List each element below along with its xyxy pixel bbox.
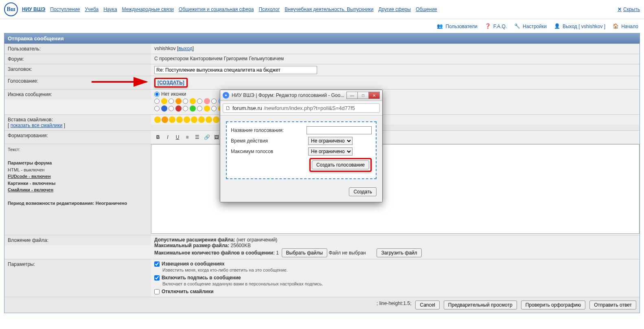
icon-radio-none[interactable] xyxy=(154,92,160,97)
user-label: Пользователь: xyxy=(4,44,151,54)
create-poll-link[interactable]: [СОЗДАТЬ] xyxy=(158,80,184,86)
smiley-icon[interactable] xyxy=(176,116,183,123)
hide-link[interactable]: ✕ Скрыть xyxy=(618,7,640,12)
nav-brand[interactable]: НИУ ВШЭ xyxy=(22,7,45,12)
upload-file-button[interactable]: Загрузить файл xyxy=(377,248,421,257)
align-button[interactable]: ≡ xyxy=(184,134,191,141)
top-navigation-bar: Вш НИУ ВШЭ Поступление Учеба Наука Между… xyxy=(0,0,644,19)
underline-button[interactable]: U xyxy=(174,134,181,141)
icon-radio[interactable] xyxy=(183,99,188,104)
icon-radio[interactable] xyxy=(197,99,202,104)
forum-label: Форум: xyxy=(4,54,151,64)
username: vshishkov xyxy=(154,46,176,51)
poll-max-select[interactable]: Не ограничено xyxy=(308,147,353,156)
create-button[interactable]: Создать xyxy=(349,187,377,196)
users-link[interactable]: 👥Пользователи xyxy=(437,23,477,30)
smiley-icon[interactable] xyxy=(162,116,168,123)
home-label: Начало xyxy=(621,24,638,29)
icon-radio[interactable] xyxy=(169,106,174,111)
notify-checkbox[interactable] xyxy=(154,261,160,267)
formatting-label: Форматирования: xyxy=(4,131,151,144)
icon-radio[interactable] xyxy=(211,106,217,111)
icon-radio[interactable] xyxy=(183,106,188,111)
nav-link[interactable]: Внеучебная деятельность. Выпускники xyxy=(285,7,373,12)
highlight-box: Создать голосование xyxy=(309,158,372,172)
attach-count-value: 1 xyxy=(276,250,279,256)
subject-label: Заголовок: xyxy=(4,64,151,76)
choose-files-button[interactable]: Выбрать файлы xyxy=(282,248,328,257)
create-poll-button[interactable]: Создать голосование xyxy=(312,160,369,169)
forum-value: С проректором Канторовичем Григорием Гел… xyxy=(151,54,640,64)
popup-titlebar: ● НИУ ВШЭ | Форум: Редактор голосований … xyxy=(220,90,382,101)
nav-link[interactable]: Международные связи xyxy=(122,7,174,12)
smiley-icon[interactable] xyxy=(154,116,161,123)
user-icon: 👤 xyxy=(554,23,561,30)
nav-link[interactable]: Общение xyxy=(416,7,437,12)
nav-link[interactable]: Учеба xyxy=(85,7,99,12)
logout-link[interactable]: 👤Выход [ vshishkov ] xyxy=(554,23,605,30)
cancel-button[interactable]: Cancel xyxy=(415,300,439,309)
hse-logo: Вш xyxy=(4,2,18,16)
nav-link[interactable]: Наука xyxy=(103,7,117,12)
icon-radio[interactable] xyxy=(154,106,160,111)
minimize-button[interactable]: — xyxy=(346,92,358,99)
icon-label: Иконка сообщения: xyxy=(4,90,151,99)
nav-link[interactable]: Психолог xyxy=(258,7,280,12)
submit-button-row: ; line-height:1.5; Cancel Предварительны… xyxy=(4,297,640,313)
users-icon: 👥 xyxy=(437,23,443,30)
signature-checkbox[interactable] xyxy=(154,275,160,281)
icon-radio[interactable] xyxy=(197,106,202,111)
logout-inline-link[interactable]: выход xyxy=(178,46,192,51)
notify-label: Извещения о сообщениях xyxy=(162,261,225,267)
smiley-icon xyxy=(190,98,196,104)
list-button[interactable]: ☰ xyxy=(193,134,201,141)
smiley-icon[interactable] xyxy=(169,116,175,123)
param-fud-link[interactable]: FUDcode - включен xyxy=(8,174,51,179)
show-all-smileys-link[interactable]: показать все смайлики xyxy=(11,123,63,128)
attach-size-value: 25600KB xyxy=(231,243,251,248)
smiley-icon xyxy=(175,98,182,104)
bold-button[interactable]: B xyxy=(154,134,162,141)
settings-label: Настройки xyxy=(523,24,547,29)
attach-count-label: Максимальное количество файлов в сообщен… xyxy=(154,250,275,256)
attach-ext-label: Допустимые расширения файла: xyxy=(154,237,235,243)
nav-link[interactable]: Поступление xyxy=(50,7,80,12)
smiley-icon[interactable] xyxy=(206,116,212,123)
poll-time-select[interactable]: Не ограничено xyxy=(308,137,353,145)
no-icon-label: Нет иконки xyxy=(161,91,186,97)
icon-radio[interactable] xyxy=(169,99,174,104)
smiley-icon[interactable] xyxy=(198,116,205,123)
param-smileys-link[interactable]: Смайлики - включен xyxy=(8,187,53,192)
smiley-icon[interactable] xyxy=(191,116,197,123)
icon-radio[interactable] xyxy=(211,99,217,104)
preview-button[interactable]: Предварительный просмотр xyxy=(444,300,517,309)
smiley-icon[interactable] xyxy=(184,116,190,123)
maximize-button[interactable]: □ xyxy=(357,92,369,99)
link-button[interactable]: 🔗 xyxy=(203,134,210,141)
italic-button[interactable]: I xyxy=(164,134,171,141)
poll-max-label: Максимум голосов xyxy=(231,149,304,154)
params-heading: Параметры форума xyxy=(8,160,52,165)
nav-link[interactable]: Общежития и социальная сфера xyxy=(179,7,254,12)
subject-input[interactable] xyxy=(154,66,317,74)
nav-link[interactable]: Другие сферы xyxy=(379,7,411,12)
poll-name-input[interactable] xyxy=(307,126,372,134)
signature-desc: Включает в сообщение заданную вами в пер… xyxy=(162,281,636,286)
smiley-icon xyxy=(190,105,196,112)
close-button[interactable]: ✕ xyxy=(368,92,380,99)
smiley-icon xyxy=(161,98,167,104)
settings-link[interactable]: 🔧Настройки xyxy=(514,23,547,30)
icon-radio[interactable] xyxy=(154,99,160,104)
disable-smileys-label: Отключить смайлики xyxy=(162,289,214,294)
submit-button[interactable]: Отправить ответ xyxy=(589,300,636,309)
faq-link[interactable]: ❓F.A.Q. xyxy=(485,23,507,30)
home-link[interactable]: 🏠Начало xyxy=(613,23,638,30)
help-icon: ❓ xyxy=(485,23,491,30)
smiley-icon[interactable] xyxy=(213,116,219,123)
spellcheck-button[interactable]: Проверить орфографию xyxy=(521,300,586,309)
url-input[interactable]: 🗋 forum.hse.ru/newforum/index.php?t=poll… xyxy=(223,103,380,113)
disable-smileys-checkbox[interactable] xyxy=(154,289,160,294)
image-button[interactable]: 🖼 xyxy=(213,134,220,141)
param-html: HTML - выключен xyxy=(8,167,44,172)
utility-bar: 👥Пользователи ❓F.A.Q. 🔧Настройки 👤Выход … xyxy=(0,19,644,33)
